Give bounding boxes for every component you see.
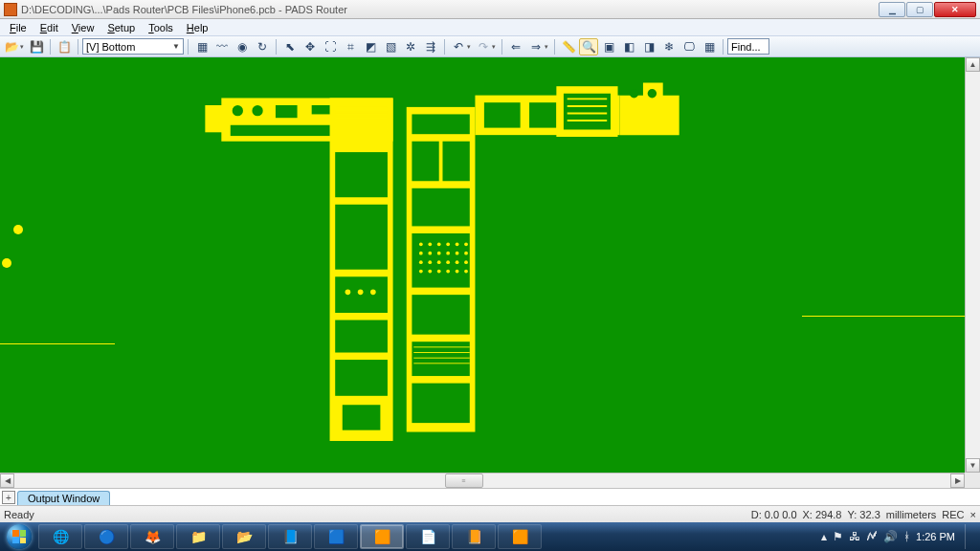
svg-point-15	[345, 289, 351, 295]
tray-volume-icon[interactable]: 🔊	[883, 530, 898, 543]
task-pads-router[interactable]: 🟧	[360, 524, 404, 549]
menu-edit[interactable]: Edit	[34, 21, 64, 34]
scroll-left-button[interactable]: ◀	[0, 474, 14, 488]
fanout-button[interactable]: ✲	[401, 38, 420, 55]
start-button[interactable]	[2, 522, 36, 551]
open-button[interactable]: 📂	[2, 38, 21, 55]
menu-tools[interactable]: Tools	[143, 21, 179, 34]
component-button[interactable]: ⛶	[321, 38, 340, 55]
select-button[interactable]: ⬉	[280, 38, 300, 55]
status-x: X: 294.8	[803, 509, 842, 520]
svg-rect-14	[343, 405, 381, 430]
svg-rect-10	[339, 209, 384, 266]
status-d: D: 0.0 0.0	[751, 509, 797, 520]
menu-file[interactable]: File	[4, 21, 33, 34]
placement-button[interactable]: ◩	[361, 38, 380, 55]
task-folder[interactable]: 📂	[222, 524, 266, 549]
minimize-button[interactable]	[879, 2, 905, 17]
svg-rect-65	[529, 102, 556, 127]
tray-clock[interactable]: 1:26 PM	[916, 531, 955, 542]
hscroll-track[interactable]: ≡	[14, 474, 950, 488]
task-app9[interactable]: 📄	[406, 524, 450, 549]
close-button[interactable]	[934, 2, 976, 17]
svg-rect-58	[412, 384, 469, 424]
hscroll-thumb[interactable]: ≡	[445, 474, 483, 488]
tray-network-icon[interactable]: 🖧	[849, 530, 860, 543]
autoroute-button[interactable]: ⇶	[421, 38, 440, 55]
vscroll-track[interactable]	[966, 72, 980, 458]
svg-point-44	[419, 260, 423, 264]
find-label: Find...	[731, 41, 761, 53]
svg-point-48	[456, 260, 459, 264]
tray-battery-icon[interactable]: 🗲	[866, 530, 878, 543]
snapshot-button[interactable]: ❄	[659, 38, 679, 55]
horizontal-scrollbar[interactable]: ◀ ≡ ▶	[0, 473, 965, 488]
svg-point-47	[446, 260, 450, 264]
tray-bluetooth-icon[interactable]: ᚼ	[903, 530, 910, 543]
undo-button[interactable]: ↶	[449, 38, 468, 55]
menu-help[interactable]: Help	[181, 21, 214, 34]
svg-point-45	[428, 260, 432, 264]
system-tray: ▴ ⚑ 🖧 🗲 🔊 ᚼ 1:26 PM	[821, 524, 978, 549]
chevron-down-icon: ▼	[172, 42, 180, 51]
status-units: millimeters	[886, 509, 937, 520]
prev-button[interactable]: ⇐	[506, 38, 525, 55]
svg-rect-1	[205, 105, 227, 132]
svg-point-50	[419, 270, 423, 274]
scroll-right-button[interactable]: ▶	[950, 474, 965, 488]
status-rec: REC	[942, 509, 964, 520]
display-button[interactable]: 🖵	[679, 38, 699, 55]
svg-point-17	[370, 289, 376, 295]
output-window-tab[interactable]: Output Window	[17, 491, 110, 505]
menu-setup[interactable]: Setup	[101, 21, 141, 34]
task-explorer[interactable]: 📁	[176, 524, 220, 549]
move-button[interactable]: ✥	[301, 38, 320, 55]
view-board-button[interactable]: ◧	[619, 38, 638, 55]
task-app10[interactable]: 📙	[452, 524, 496, 549]
svg-point-41	[446, 252, 450, 255]
next-button[interactable]: ⇒	[526, 38, 546, 55]
status-inc: ×	[970, 509, 976, 520]
svg-point-38	[419, 252, 423, 255]
svg-rect-13	[335, 360, 388, 396]
task-skype[interactable]: 🔵	[84, 524, 128, 549]
scroll-down-button[interactable]: ▼	[966, 458, 980, 473]
task-chrome[interactable]: 🌐	[38, 524, 82, 549]
route2-button[interactable]: ▧	[381, 38, 400, 55]
refresh-button[interactable]: ↻	[253, 38, 272, 55]
add-tab-button[interactable]: +	[2, 491, 15, 504]
zoom-button[interactable]: 🔍	[579, 38, 598, 55]
scroll-up-button[interactable]: ▲	[966, 57, 980, 72]
layer-select[interactable]: [V] Bottom ▼	[82, 38, 184, 55]
properties-button[interactable]: 📋	[55, 38, 74, 55]
design-area: ▲ ▼ ◀ ≡ ▶	[0, 57, 980, 488]
maximize-button[interactable]	[906, 2, 933, 17]
show-desktop-button[interactable]	[965, 524, 974, 549]
tray-shield-icon[interactable]: ⚑	[833, 530, 843, 543]
view-extent-button[interactable]: ▣	[599, 38, 618, 55]
vertical-scrollbar[interactable]: ▲ ▼	[965, 57, 980, 473]
board-button[interactable]: ▦	[192, 38, 212, 55]
menu-view[interactable]: View	[66, 21, 100, 34]
view-selection-button[interactable]: ◨	[639, 38, 658, 55]
redo-button[interactable]: ↷	[474, 38, 493, 55]
svg-rect-8	[335, 152, 388, 197]
task-app6[interactable]: 📘	[268, 524, 312, 549]
via-button[interactable]: ◉	[233, 38, 252, 55]
measure-button[interactable]: 📏	[559, 38, 578, 55]
save-button[interactable]: 💾	[27, 38, 46, 55]
svg-rect-56	[412, 295, 469, 335]
svg-point-43	[464, 252, 468, 255]
filter-button[interactable]: ▦	[700, 38, 719, 55]
task-app7[interactable]: 🟦	[314, 524, 358, 549]
find-input[interactable]: Find...	[727, 38, 769, 55]
svg-point-53	[446, 270, 450, 274]
pcb-artwork	[0, 57, 965, 473]
svg-point-37	[464, 242, 468, 246]
route-button[interactable]: 〰	[212, 38, 232, 55]
task-firefox[interactable]: 🦊	[130, 524, 174, 549]
pcb-canvas[interactable]	[0, 57, 965, 473]
net-button[interactable]: ⌗	[341, 38, 360, 55]
tray-up-icon[interactable]: ▴	[821, 530, 827, 543]
task-app11[interactable]: 🟧	[498, 524, 542, 549]
